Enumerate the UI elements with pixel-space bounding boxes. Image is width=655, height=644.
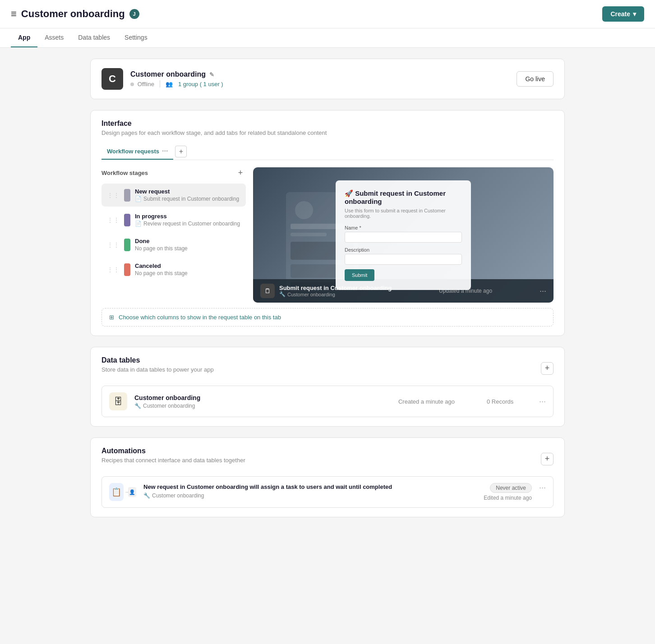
interface-desc: Design pages for each workflow stage, an… — [101, 129, 554, 136]
page-icon: 📄 — [135, 196, 142, 202]
status-badge-never-active: Never active — [490, 483, 532, 493]
stage-item-done[interactable]: ⋮⋮ Done No page on this stage — [101, 233, 246, 256]
tab-assets[interactable]: Assets — [37, 28, 71, 47]
stage-color-done — [124, 239, 130, 251]
tab-app[interactable]: App — [11, 28, 37, 47]
app-meta: Offline 👥 1 group ( 1 user ) — [130, 80, 223, 87]
stage-color-in-progress — [124, 214, 130, 226]
stage-info-new-request: New request 📄 Submit request in Customer… — [135, 188, 240, 202]
group-link[interactable]: 1 group ( 1 user ) — [178, 81, 223, 87]
preview-card-outer: 🚀 Submit request in Customer onboarding … — [268, 174, 538, 296]
data-tables-header-left: Data tables Store data in data tables to… — [101, 356, 214, 380]
interface-title: Interface — [101, 120, 554, 128]
auto-sub: 🔧 Customer onboarding — [143, 492, 443, 499]
preview-description-input[interactable] — [345, 254, 462, 265]
workflow-tabs: Workflow requests ··· + — [101, 143, 554, 160]
preview-submit-button[interactable]: Submit — [345, 269, 374, 281]
header-left: ≡ Customer onboarding J — [11, 8, 139, 20]
automations-header-left: Automations Recipes that connect interfa… — [101, 447, 245, 471]
page-title: Customer onboarding — [21, 8, 125, 20]
tab-data-tables[interactable]: Data tables — [71, 28, 117, 47]
preview-description-field: Description — [345, 247, 462, 269]
auto-status: Never active Edited a minute ago — [451, 483, 532, 501]
preview-form-card: 🚀 Submit request in Customer onboarding … — [336, 180, 471, 290]
stage-sub-in-progress: 📄 Review request in Customer onboarding — [135, 221, 240, 227]
tab-settings[interactable]: Settings — [117, 28, 155, 47]
stages-panel: Workflow stages + ⋮⋮ New request 📄 Submi… — [101, 167, 246, 303]
stage-info-done: Done No page on this stage — [135, 238, 240, 252]
stages-title: Workflow stages — [101, 170, 148, 176]
preview-name-field: Name * — [345, 225, 462, 247]
automations-section: Automations Recipes that connect interfa… — [90, 437, 565, 517]
workflow-icon: 🔧 — [279, 291, 286, 297]
stage-color-new-request — [124, 189, 130, 202]
workflow-content: Workflow stages + ⋮⋮ New request 📄 Submi… — [101, 167, 554, 303]
drag-handle-icon: ⋮⋮ — [107, 266, 120, 273]
stage-info-in-progress: In progress 📄 Review request in Customer… — [135, 213, 240, 227]
data-tables-header: Data tables Store data in data tables to… — [101, 356, 554, 380]
automation-icon-stack: 📋 → 👤 — [109, 483, 136, 501]
preview-form-icon: 🗒 — [260, 284, 275, 298]
users-icon: 👥 — [166, 81, 173, 87]
add-stage-button[interactable]: + — [235, 167, 246, 178]
drag-handle-icon: ⋮⋮ — [107, 192, 120, 199]
create-button[interactable]: Create ▾ — [602, 6, 644, 22]
top-header: ≡ Customer onboarding J Create ▾ — [0, 0, 655, 28]
workflow-tab-requests[interactable]: Workflow requests ··· — [101, 143, 173, 160]
drag-handle-icon: ⋮⋮ — [107, 241, 120, 248]
automations-desc: Recipes that connect interface and data … — [101, 457, 245, 464]
preview-name-input[interactable] — [345, 232, 462, 243]
page-icon: 📄 — [135, 221, 142, 227]
dt-more-button[interactable]: ··· — [539, 397, 546, 406]
stage-sub-new-request: 📄 Submit request in Customer onboarding — [135, 196, 240, 202]
database-icon: 🗄 — [109, 392, 127, 410]
stage-sub-done: No page on this stage — [135, 245, 240, 252]
add-tab-button[interactable]: + — [175, 146, 187, 157]
stages-header: Workflow stages + — [101, 167, 246, 178]
stage-item-new-request[interactable]: ⋮⋮ New request 📄 Submit request in Custo… — [101, 184, 246, 207]
add-automation-button[interactable]: + — [541, 453, 554, 465]
dt-records: 0 Records — [487, 398, 532, 405]
data-tables-title: Data tables — [101, 356, 214, 364]
stage-item-canceled[interactable]: ⋮⋮ Canceled No page on this stage — [101, 258, 246, 281]
status-badge: Offline — [130, 81, 154, 87]
data-table-item: 🗄 Customer onboarding 🔧 Customer onboard… — [101, 386, 554, 417]
status-dot-icon — [130, 83, 134, 86]
preview-form-title: 🚀 Submit request in Customer onboarding — [345, 189, 462, 205]
svg-rect-3 — [291, 233, 327, 236]
workflow-tab-dots-icon[interactable]: ··· — [162, 147, 168, 155]
user-badge: J — [129, 9, 139, 19]
automations-header: Automations Recipes that connect interfa… — [101, 447, 554, 471]
preview-bottom-sub: 🔧 Customer onboarding — [279, 291, 392, 297]
data-tables-section: Data tables Store data in data tables to… — [90, 347, 565, 427]
main-content: C Customer onboarding ✎ Offline 👥 1 grou… — [79, 48, 576, 528]
separator — [160, 80, 160, 87]
preview-form-desc: Use this form to submit a request in Cus… — [345, 208, 462, 219]
columns-icon: ⊞ — [109, 314, 114, 321]
avatar: C — [101, 68, 123, 90]
stage-color-canceled — [124, 263, 130, 276]
auto-edited: Edited a minute ago — [484, 495, 532, 501]
app-card-left: C Customer onboarding ✎ Offline 👥 1 grou… — [101, 68, 223, 90]
choose-columns-row[interactable]: ⊞ Choose which columns to show in the re… — [101, 308, 554, 327]
app-card: C Customer onboarding ✎ Offline 👥 1 grou… — [90, 59, 565, 99]
auto-sub-icon: 🔧 — [143, 492, 150, 499]
svg-point-1 — [295, 201, 313, 219]
automation-item: 📋 → 👤 New request in Customer onboarding… — [101, 476, 554, 508]
dt-created: Created a minute ago — [398, 398, 480, 405]
add-data-table-button[interactable]: + — [541, 362, 554, 375]
dt-name: Customer onboarding — [134, 394, 391, 401]
dt-sub: 🔧 Customer onboarding — [134, 403, 391, 409]
stage-item-in-progress[interactable]: ⋮⋮ In progress 📄 Review request in Custo… — [101, 208, 246, 231]
automation-sub-icon: 👤 — [128, 487, 136, 497]
app-name: Customer onboarding ✎ — [130, 70, 223, 78]
dt-info: Customer onboarding 🔧 Customer onboardin… — [134, 394, 391, 409]
preview-dots-button[interactable]: ··· — [540, 286, 546, 296]
edit-icon[interactable]: ✎ — [209, 71, 214, 78]
interface-section: Interface Design pages for each workflow… — [90, 110, 565, 336]
app-info: Customer onboarding ✎ Offline 👥 1 group … — [130, 70, 223, 87]
stage-info-canceled: Canceled No page on this stage — [135, 262, 240, 276]
data-tables-desc: Store data in data tables to power your … — [101, 366, 214, 373]
auto-more-button[interactable]: ··· — [539, 483, 546, 492]
go-live-button[interactable]: Go live — [517, 71, 554, 87]
